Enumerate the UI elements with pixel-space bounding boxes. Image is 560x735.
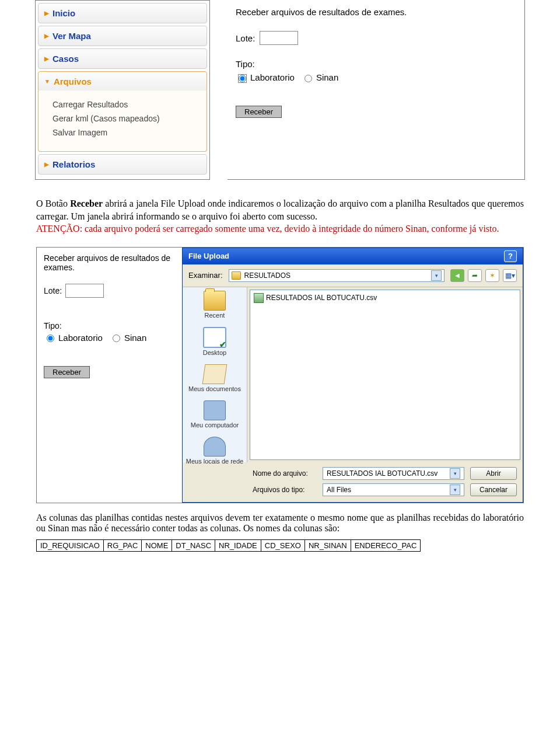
- view-menu-icon[interactable]: ▦▾: [503, 269, 517, 282]
- filetype-select[interactable]: All Files▾: [323, 483, 464, 496]
- nav-casos[interactable]: ▶Casos: [38, 48, 207, 69]
- radio-laboratorio[interactable]: Laboratorio: [236, 72, 295, 82]
- sub-salvar-imagem[interactable]: Salvar Imagem: [52, 126, 197, 140]
- filetype-label: Arquivos do tipo:: [253, 486, 317, 494]
- radio-sinan-2[interactable]: Sinan: [110, 333, 146, 343]
- dialog-titlebar: File Upload ?: [183, 248, 523, 264]
- filename-input[interactable]: RESULTADOS IAL BOTUCATU.csv▾: [323, 467, 464, 480]
- col-header: ID_REQUISICAO: [37, 539, 104, 551]
- place-network[interactable]: Meus locais de rede: [186, 437, 243, 465]
- place-recent[interactable]: Recent: [204, 291, 226, 319]
- new-folder-icon[interactable]: ✶: [485, 269, 499, 282]
- receive-form: Receber arquivos de resultados de exames…: [228, 0, 525, 180]
- lote-label: Lote:: [236, 33, 255, 43]
- attention-note: ATENÇÃO: cada arquivo poderá ser carrega…: [36, 224, 499, 234]
- desktop-icon: [203, 327, 226, 348]
- file-item[interactable]: RESULTADOS IAL BOTUCATU.csv: [253, 292, 517, 304]
- form-heading: Receber arquivos de resultados de exames…: [236, 7, 516, 17]
- chevron-right-icon: ▶: [44, 161, 49, 168]
- background-form: Receber arquivos de resultados de exames…: [37, 248, 182, 503]
- chevron-right-icon: ▶: [44, 33, 49, 39]
- folder-icon: [204, 291, 226, 311]
- sub-gerar-kml[interactable]: Gerar kml (Casos mapeados): [52, 112, 197, 126]
- col-header: CD_SEXO: [261, 539, 304, 551]
- col-header: DT_NASC: [172, 539, 215, 551]
- sidebar: ▶Inicio ▶Ver Mapa ▶Casos ▼Arquivos Carre…: [35, 0, 210, 180]
- help-icon[interactable]: ?: [504, 250, 517, 262]
- col-header: ENDERECO_PAC: [351, 539, 421, 551]
- radio-sinan[interactable]: Sinan: [302, 72, 338, 82]
- folder-icon: [232, 271, 241, 280]
- nav-ver-mapa[interactable]: ▶Ver Mapa: [38, 26, 207, 46]
- folder-selector[interactable]: RESULTADOS ▾: [229, 269, 444, 282]
- open-button[interactable]: Abrir: [470, 467, 517, 480]
- file-upload-dialog: File Upload ? Examinar: RESULTADOS ▾ ◄ ➦…: [182, 248, 523, 503]
- place-documents[interactable]: Meus documentos: [188, 364, 241, 392]
- chevron-right-icon: ▶: [44, 55, 49, 62]
- columns-table: ID_REQUISICAO RG_PAC NOME DT_NASC NR_IDA…: [36, 539, 421, 552]
- filename-label: Nome do arquivo:: [253, 469, 317, 478]
- receber-button[interactable]: Receber: [236, 106, 282, 118]
- paragraph-1: O Botão Receber abrirá a janela File Upl…: [0, 191, 560, 241]
- col-header: NOME: [142, 539, 172, 551]
- file-list[interactable]: RESULTADOS IAL BOTUCATU.csv: [250, 290, 520, 460]
- nav-inicio[interactable]: ▶Inicio: [38, 3, 207, 23]
- nav-arquivos[interactable]: ▼Arquivos: [38, 71, 207, 92]
- lote-input-2[interactable]: [65, 284, 104, 298]
- place-computer[interactable]: Meu computador: [191, 400, 239, 429]
- cancel-button[interactable]: Cancelar: [470, 483, 517, 496]
- chevron-down-icon[interactable]: ▾: [431, 270, 442, 281]
- csv-icon: [254, 293, 264, 303]
- lote-input[interactable]: [260, 31, 298, 45]
- file-upload-screenshot: Receber arquivos de resultados de exames…: [36, 247, 524, 503]
- examinar-label: Examinar:: [188, 271, 223, 280]
- sub-carregar-resultados[interactable]: Carregar Resultados: [52, 97, 197, 112]
- documents-icon: [202, 364, 228, 384]
- chevron-down-icon: ▼: [44, 78, 50, 85]
- nav-relatorios[interactable]: ▶Relatorios: [38, 154, 207, 175]
- receber-button-2[interactable]: Receber: [44, 366, 90, 378]
- col-header: RG_PAC: [103, 539, 142, 551]
- chevron-right-icon: ▶: [44, 10, 49, 16]
- chevron-down-icon[interactable]: ▾: [450, 468, 460, 479]
- nav-arquivos-submenu: Carregar Resultados Gerar kml (Casos map…: [38, 90, 207, 152]
- computer-icon: [204, 400, 226, 420]
- radio-laboratorio-2[interactable]: Laboratorio: [44, 333, 103, 343]
- paragraph-2: As colunas das planilhas contidas nestes…: [0, 503, 560, 536]
- up-folder-icon[interactable]: ➦: [468, 269, 482, 282]
- network-icon: [204, 437, 226, 457]
- col-header: NR_IDADE: [215, 539, 261, 551]
- col-header: NR_SINAN: [304, 539, 351, 551]
- places-bar: Recent Desktop Meus documentos Meu compu…: [183, 287, 247, 462]
- back-icon[interactable]: ◄: [450, 269, 464, 282]
- place-desktop[interactable]: Desktop: [203, 327, 226, 356]
- chevron-down-icon[interactable]: ▾: [450, 485, 460, 495]
- tipo-label: Tipo:: [236, 59, 516, 69]
